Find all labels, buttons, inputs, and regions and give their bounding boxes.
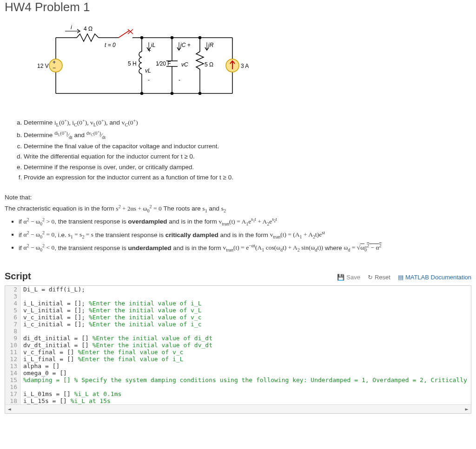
line-number: 13 [5, 363, 20, 370]
code-text[interactable]: Di_L = diff(i_L); [20, 286, 471, 293]
code-text[interactable]: omega_0 = [] [20, 370, 471, 376]
line-number: 12 [5, 356, 20, 363]
line-number: 16 [5, 383, 20, 390]
svg-point-22 [141, 37, 143, 39]
q-d: Write the differential equation for the … [24, 152, 471, 161]
code-text[interactable] [20, 328, 471, 335]
label-i: i [71, 24, 72, 31]
label-vL: vL [145, 67, 151, 74]
q-c: Determine the final value of the capacit… [24, 142, 471, 151]
label-iR: iR [208, 42, 214, 48]
q-b: Determine diL(0+)⁄dt and dvC(0+)⁄dt [24, 129, 471, 141]
label-iL: iL [151, 42, 155, 48]
code-line[interactable]: 8 [5, 328, 471, 335]
circuit-diagram: i 4 Ω t = 0 iL iC + iR 12 V + − 5 H vL 1… [37, 24, 251, 107]
note-that: Note that: [5, 194, 471, 201]
code-line[interactable]: 7i_c_initial = []; %Enter the initial va… [5, 321, 471, 328]
code-text[interactable]: i_L_15s = [] %i_L at 15s [20, 397, 471, 404]
line-number: 4 [5, 300, 20, 307]
svg-point-26 [171, 92, 173, 95]
code-line[interactable]: 16 [5, 383, 471, 390]
q-e: Determine if the response is over, under… [24, 163, 471, 172]
notes-section: Note that: The chracteristic equation is… [5, 194, 471, 252]
line-number: 15 [5, 376, 20, 383]
code-line[interactable]: 10dv_dt_initial = [] %Enter the initial … [5, 342, 471, 349]
bullet-crit: if α2 − ω02 = 0, i.e. s1 = s2 = s the tr… [19, 230, 471, 239]
h-scrollbar[interactable]: ◄ ► [5, 404, 471, 413]
code-line[interactable]: 13alpha = [] [5, 363, 471, 370]
code-text[interactable]: v_L_initial = []; %Enter the initial val… [20, 307, 471, 314]
label-vsrc: 12 V [37, 63, 49, 69]
label-L: 5 H [128, 60, 137, 67]
save-button[interactable]: 💾 Save [337, 274, 360, 281]
code-line[interactable]: 6v_c_initial = []; %Enter the initial va… [5, 314, 471, 321]
code-line[interactable]: 11v_c_final = [] %Enter the final value … [5, 349, 471, 356]
code-text[interactable] [20, 293, 471, 300]
code-line[interactable]: 2Di_L = diff(i_L); [5, 286, 471, 293]
reset-icon: ↻ [368, 274, 373, 281]
code-editor[interactable]: 2Di_L = diff(i_L);34i_L_initial = []; %E… [5, 285, 471, 414]
page-title: HW4 Problem 1 [5, 0, 471, 14]
code-text[interactable]: i_c_initial = []; %Enter the initial val… [20, 321, 471, 328]
code-text[interactable]: v_c_final = [] %Enter the final value of… [20, 349, 471, 356]
code-line[interactable]: 12i_L_final = [] %Enter the final value … [5, 356, 471, 363]
code-line[interactable]: 3 [5, 293, 471, 300]
code-text[interactable]: i_L_01ms = [] %i_L at 0.1ms [20, 390, 471, 397]
save-icon: 💾 [337, 274, 344, 281]
code-text[interactable]: alpha = [] [20, 363, 471, 370]
line-number: 3 [5, 293, 20, 300]
q-f: Provide an expression for the inductor c… [24, 173, 471, 182]
book-icon: ▤ [398, 274, 403, 281]
line-number: 14 [5, 370, 20, 376]
code-line[interactable]: 5v_L_initial = []; %Enter the initial va… [5, 307, 471, 314]
code-line[interactable]: 15%damping = [] % Specify the system dam… [5, 376, 471, 383]
label-r2: 5 Ω [205, 61, 213, 68]
line-number: 8 [5, 328, 20, 335]
label-vC: vC [181, 61, 188, 68]
question-list: Determine iL(0+), iC(0+), vL(0+), and vC… [16, 117, 471, 182]
line-number: 7 [5, 321, 20, 328]
code-line[interactable]: 18i_L_15s = [] %i_L at 15s [5, 397, 471, 404]
line-number: 6 [5, 314, 20, 321]
line-number: 11 [5, 349, 20, 356]
svg-point-23 [171, 37, 173, 39]
line-number: 10 [5, 342, 20, 349]
label-C: 1⁄20 F [156, 60, 171, 67]
line-number: 18 [5, 397, 20, 404]
code-line[interactable]: 14omega_0 = [] [5, 370, 471, 376]
code-line[interactable]: 4i_L_initial = []; %Enter the initial va… [5, 300, 471, 307]
code-text[interactable] [20, 383, 471, 390]
code-text[interactable]: i_L_initial = []; %Enter the initial val… [20, 300, 471, 307]
svg-point-27 [199, 92, 201, 95]
code-line[interactable]: 17i_L_01ms = [] %i_L at 0.1ms [5, 390, 471, 397]
code-line[interactable]: 9di_dt_initial = [] %Enter the initial v… [5, 335, 471, 342]
docs-link[interactable]: ▤ MATLAB Documentation [398, 274, 471, 281]
svg-text:-: - [148, 77, 150, 83]
svg-point-25 [141, 92, 143, 95]
scroll-right-icon[interactable]: ► [463, 406, 471, 412]
code-text[interactable]: v_c_initial = []; %Enter the initial val… [20, 314, 471, 321]
code-text[interactable]: di_dt_initial = [] %Enter the initial va… [20, 335, 471, 342]
label-r1: 4 Ω [84, 26, 93, 32]
reset-button[interactable]: ↻ Reset [368, 274, 390, 281]
label-iC: iC + [180, 42, 191, 48]
script-heading: Script [5, 271, 31, 282]
line-number: 5 [5, 307, 20, 314]
code-text[interactable]: i_L_final = [] %Enter the final value of… [20, 356, 471, 363]
scroll-left-icon[interactable]: ◄ [5, 406, 13, 412]
svg-point-24 [199, 37, 201, 39]
line-number: 9 [5, 335, 20, 342]
bullet-over: if α2 − ω02 > 0, the transient response … [19, 217, 471, 226]
code-text[interactable]: %damping = [] % Specify the system dampi… [20, 376, 471, 383]
bullet-under: if α2 − ω02 < 0, the transient response … [19, 243, 471, 252]
svg-text:−: − [53, 65, 56, 71]
label-t0: t = 0 [105, 42, 116, 48]
label-isrc: 3 A [241, 63, 249, 69]
q-a: Determine iL(0+), iC(0+), vL(0+), and vC… [24, 117, 471, 128]
line-number: 2 [5, 286, 20, 293]
code-text[interactable]: dv_dt_initial = [] %Enter the initial va… [20, 342, 471, 349]
svg-text:-: - [178, 77, 180, 83]
svg-text:+: + [148, 47, 151, 54]
line-number: 17 [5, 390, 20, 397]
char-eq: The chracteristic equation is in the for… [5, 204, 471, 213]
